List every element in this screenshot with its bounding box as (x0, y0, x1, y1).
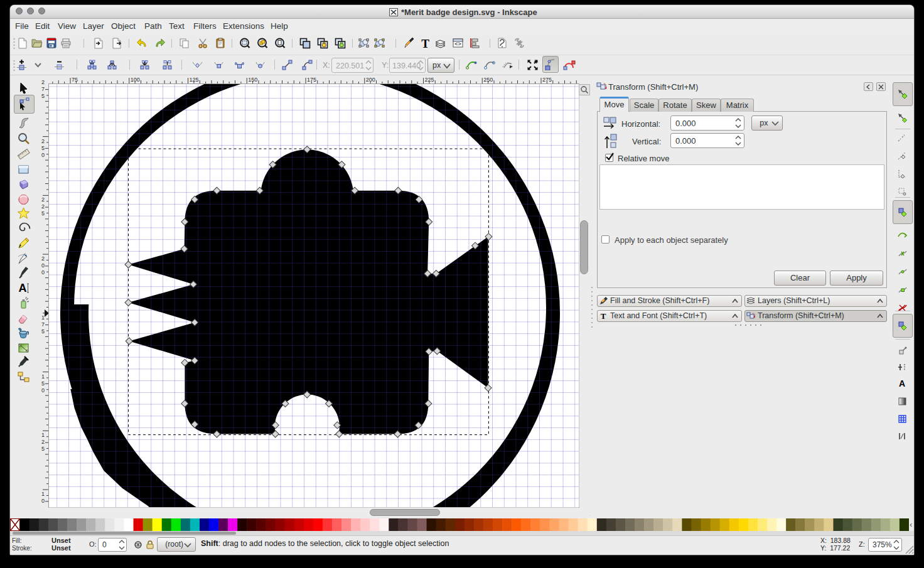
svg-text:2: 2 (41, 196, 45, 203)
svg-text:1: 1 (41, 491, 45, 497)
svg-text:75: 75 (72, 77, 78, 83)
svg-text:0: 0 (41, 387, 45, 394)
svg-text:A: A (899, 378, 905, 388)
svg-text:5: 5 (41, 210, 45, 217)
svg-text:5: 5 (41, 380, 45, 387)
svg-text:7: 7 (41, 321, 45, 328)
svg-text:5: 5 (41, 145, 45, 151)
svg-text:0: 0 (41, 269, 45, 276)
svg-text:2: 2 (41, 79, 45, 85)
svg-text:A: A (19, 282, 27, 294)
svg-text:7: 7 (41, 86, 45, 92)
svg-text:5: 5 (41, 328, 45, 335)
svg-text:5: 5 (41, 446, 45, 452)
svg-text:2: 2 (41, 203, 45, 210)
svg-text:1: 1 (41, 432, 45, 438)
svg-text:1: 1 (41, 373, 45, 380)
svg-text:<>: <> (454, 41, 461, 47)
svg-text:0: 0 (41, 152, 45, 158)
svg-text:0: 0 (41, 498, 45, 504)
svg-text:1: 1 (41, 314, 45, 321)
svg-text:0: 0 (41, 262, 45, 269)
svg-text:5: 5 (41, 93, 45, 99)
svg-text:2: 2 (41, 439, 45, 445)
svg-text:2: 2 (41, 255, 45, 262)
svg-text:T: T (421, 38, 429, 49)
svg-text:T: T (601, 311, 606, 321)
svg-text:2: 2 (41, 138, 45, 144)
